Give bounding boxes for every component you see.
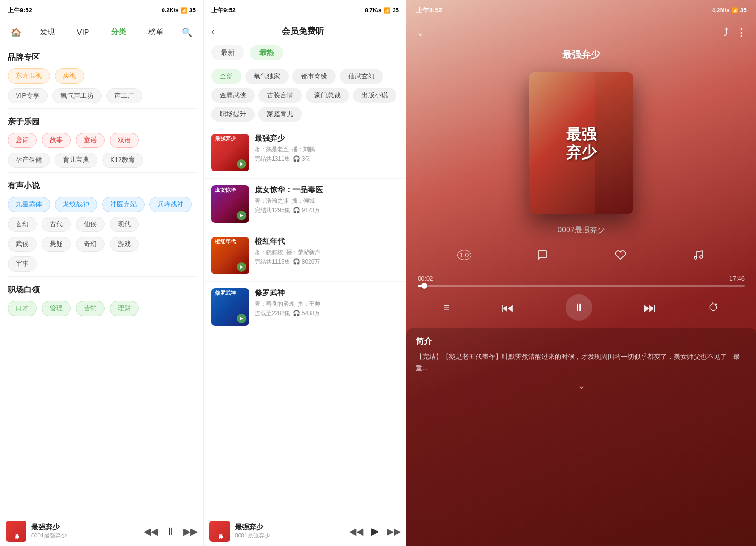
tag-bilingual[interactable]: 双语 xyxy=(110,133,139,148)
time-1: 上午9:52 xyxy=(8,6,32,15)
next-btn-2[interactable]: ▶▶ xyxy=(387,526,401,537)
tag-military-peak[interactable]: 兵峰战神 xyxy=(149,197,192,212)
wifi-icon: 📶 xyxy=(384,7,391,14)
chevron-down-more-icon[interactable]: ⌄ xyxy=(577,380,585,391)
cat-published[interactable]: 出版小说 xyxy=(353,88,396,103)
tag-divine-doctor[interactable]: 神医弃妃 xyxy=(102,197,145,212)
playlist-icon[interactable]: ≡ xyxy=(444,301,450,314)
filter-tabs: 最新 最热 xyxy=(204,42,406,64)
tag-finance[interactable]: 理财 xyxy=(110,301,139,316)
cat-urban[interactable]: 都市奇缘 xyxy=(292,69,336,84)
book-title-2: 庶女惊华：一品毒医 xyxy=(255,185,399,195)
cat-costume[interactable]: 古装言情 xyxy=(258,88,302,103)
pause-btn-1[interactable]: ⏸ xyxy=(165,525,176,537)
tag-marketing[interactable]: 营销 xyxy=(76,301,105,316)
tag-parenting[interactable]: 育儿宝典 xyxy=(55,153,97,168)
tag-prenatal[interactable]: 孕产保健 xyxy=(8,153,50,168)
tag-xuanhuan[interactable]: 玄幻 xyxy=(8,217,37,232)
tag-stories[interactable]: 故事 xyxy=(42,133,71,148)
tab-newest[interactable]: 最新 xyxy=(211,45,244,60)
book-cover-3: 橙红年代 ▶ xyxy=(211,237,249,274)
tag-vip-exclusive[interactable]: VIP专享 xyxy=(8,88,48,103)
tag-oxygen-studio[interactable]: 氧气声工坊 xyxy=(52,88,102,103)
status-bar-2: 上午9:52 8.7K/s 📶 35 xyxy=(204,0,406,21)
cat-xianwu[interactable]: 仙武玄幻 xyxy=(340,69,383,84)
book-author-2: 著：浩瀚之渊 播：倾城 xyxy=(255,197,399,205)
nav-charts[interactable]: 榜单 xyxy=(145,27,167,37)
nav-vip[interactable]: VIP xyxy=(73,28,93,37)
tag-wuxia[interactable]: 武侠 xyxy=(8,237,37,252)
home-icon[interactable]: 🏠 xyxy=(11,27,21,38)
book-list: 最强弃少 ▶ 最强弃少 著：鹅是老五 播：刘鹏 完结共1311集 🎧 3亿 庶女… xyxy=(204,127,406,516)
play-btn-2[interactable]: ▶ xyxy=(371,525,379,537)
more-icon[interactable]: ⋮ xyxy=(736,26,747,39)
kids-row-2: 孕产保健 育儿宝典 K12教育 xyxy=(8,153,196,168)
prev-track-button[interactable]: ⏮ xyxy=(501,300,514,316)
status-icons-2: 8.7K/s 📶 35 xyxy=(365,7,399,14)
progress-times: 00:02 17:46 xyxy=(418,275,745,282)
tag-dragon[interactable]: 龙纹战神 xyxy=(55,197,97,212)
svg-point-3 xyxy=(694,256,697,259)
cat-jinyong[interactable]: 金庸武侠 xyxy=(211,88,255,103)
tag-management[interactable]: 管理 xyxy=(42,301,71,316)
tag-military[interactable]: 军事 xyxy=(8,256,37,272)
pause-button[interactable]: ⏸ xyxy=(566,294,592,321)
prev-btn-1[interactable]: ◀◀ xyxy=(144,526,158,537)
tag-fantasy[interactable]: 奇幻 xyxy=(76,237,105,252)
tag-voice-factory[interactable]: 声工厂 xyxy=(106,88,142,103)
cat-parenting[interactable]: 家庭育儿 xyxy=(258,107,302,122)
progress-bar[interactable] xyxy=(418,285,745,287)
list-item[interactable]: 最强弃少 ▶ 最强弃少 著：鹅是老五 播：刘鹏 完结共1311集 🎧 3亿 xyxy=(204,127,406,179)
tag-poetry[interactable]: 唐诗 xyxy=(8,133,37,148)
album-art-text: 最强弃少 xyxy=(566,125,596,162)
book-title-3: 橙红年代 xyxy=(255,237,399,247)
tag-mystery[interactable]: 悬疑 xyxy=(42,237,71,252)
tag-ancient[interactable]: 古代 xyxy=(42,217,71,232)
speed-button[interactable]: 1.0 xyxy=(454,245,475,265)
next-btn-1[interactable]: ▶▶ xyxy=(183,526,198,537)
share-icon[interactable]: ⤴ xyxy=(723,26,729,39)
tag-game[interactable]: 游戏 xyxy=(110,237,139,252)
progress-container: 00:02 17:46 xyxy=(406,271,756,290)
tag-k12[interactable]: K12教育 xyxy=(102,153,143,168)
next-track-button[interactable]: ⏭ xyxy=(644,300,657,316)
chevron-down-icon[interactable]: ⌄ xyxy=(416,26,424,39)
prev-btn-2[interactable]: ◀◀ xyxy=(349,526,363,537)
tag-xianxia[interactable]: 仙侠 xyxy=(76,217,105,232)
search-icon-1[interactable]: 🔍 xyxy=(182,27,192,38)
panel-player: 上午9:52 4.2M/s 📶 35 ⌄ ⤴ ⋮ 最强弃少 最强弃少 xyxy=(406,0,756,546)
album-art: 最强弃少 xyxy=(529,72,633,214)
intro-text: 【完结】【鹅是老五代表作】叶默霁然清醒过来的时候，才发现周围的一切似乎都变了，美… xyxy=(416,351,747,374)
tag-dongfang[interactable]: 东方卫视 xyxy=(8,68,50,84)
comment-button[interactable] xyxy=(532,245,553,265)
tag-nine-star[interactable]: 九星霸体 xyxy=(8,197,50,212)
like-button[interactable] xyxy=(610,245,631,265)
book-stats-1: 完结共1311集 🎧 3亿 xyxy=(255,155,399,163)
cat-ceo[interactable]: 豪门总裁 xyxy=(306,88,349,103)
tag-modern[interactable]: 现代 xyxy=(110,217,139,232)
nav-discover[interactable]: 发现 xyxy=(36,27,59,37)
book-info-3: 橙红年代 著：骁骑校 播：梦游新声 完结共1113集 🎧 8026万 xyxy=(255,237,399,266)
tab-hottest[interactable]: 最热 xyxy=(250,45,283,60)
cat-workplace[interactable]: 职场提升 xyxy=(211,107,255,122)
book-author-1: 著：鹅是老五 播：刘鹏 xyxy=(255,145,399,154)
tag-nursery[interactable]: 童谣 xyxy=(76,133,105,148)
nav-categories[interactable]: 分类 xyxy=(107,27,130,37)
list-item[interactable]: 修罗武神 ▶ 修罗武神 著：善良的蜜蜂 播：王帅 连载至2202集 🎧 5438… xyxy=(204,282,406,333)
player-thumb-2: 最强弃少 xyxy=(209,521,230,542)
tag-speech[interactable]: 口才 xyxy=(8,301,37,316)
back-button[interactable]: ‹ xyxy=(211,26,215,37)
music-note-button[interactable] xyxy=(688,245,709,265)
player-controls-2: ◀◀ ▶ ▶▶ xyxy=(349,525,401,537)
novel-row-1: 九星霸体 龙纹战神 神医弃妃 兵峰战神 xyxy=(8,197,196,212)
player-info-1: 最强弃少 0001最强弃少 xyxy=(31,523,139,540)
cat-all[interactable]: 全部 xyxy=(211,69,241,84)
list-item[interactable]: 橙红年代 ▶ 橙红年代 著：骁骑校 播：梦游新声 完结共1113集 🎧 8026… xyxy=(204,230,406,282)
player-controls-1: ◀◀ ⏸ ▶▶ xyxy=(144,525,198,537)
network-speed-3: 4.2M/s xyxy=(712,7,730,14)
kids-section-title: 亲子乐园 xyxy=(8,116,196,127)
sleep-timer-icon[interactable]: ⏱ xyxy=(708,301,719,314)
tag-cctv[interactable]: 央视 xyxy=(55,68,84,84)
list-item[interactable]: 庶女惊华 ▶ 庶女惊华：一品毒医 著：浩瀚之渊 播：倾城 完结共1295集 🎧 … xyxy=(204,179,406,230)
cat-oxygen[interactable]: 氧气独家 xyxy=(245,69,289,84)
